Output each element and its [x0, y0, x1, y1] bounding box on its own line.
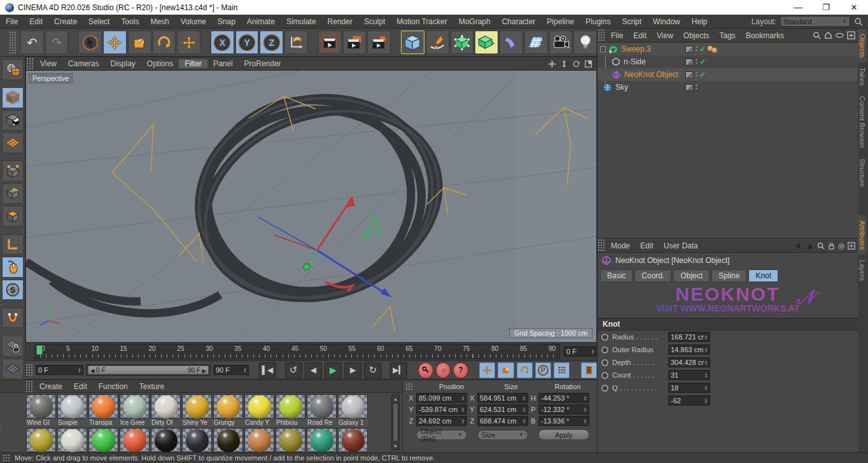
- knot-section-header[interactable]: Knot: [598, 318, 858, 331]
- start-frame-input[interactable]: 0 F▲▼: [36, 365, 83, 375]
- rotate-tool-button[interactable]: [153, 31, 176, 54]
- material-item[interactable]: Phibiou: [275, 394, 306, 427]
- stepper-icon[interactable]: ▲▼: [522, 407, 526, 412]
- menu-item[interactable]: Motion Tracker: [391, 17, 452, 26]
- tweak-mode-button[interactable]: [2, 257, 24, 278]
- attribute-menu-item[interactable]: Edit: [635, 241, 659, 250]
- material-preview-sphere[interactable]: [26, 428, 56, 452]
- axis-mode-button[interactable]: [2, 234, 24, 255]
- material-preview-sphere[interactable]: [307, 428, 337, 452]
- object-manager-menu-item[interactable]: View: [652, 31, 678, 40]
- stepper-icon[interactable]: ▲▼: [584, 418, 587, 424]
- material-preview-sphere[interactable]: [26, 394, 56, 418]
- stepper-icon[interactable]: ▲▼: [243, 367, 246, 373]
- attribute-menu-item[interactable]: Mode: [606, 241, 635, 250]
- attribute-tab[interactable]: Knot: [748, 269, 778, 282]
- coordinate-system-button[interactable]: [284, 31, 308, 54]
- workplane-lock-button[interactable]: [2, 336, 24, 357]
- goto-start-button[interactable]: ▌◀: [259, 362, 276, 378]
- material-menu-item[interactable]: Texture: [134, 382, 170, 391]
- material-preview-sphere[interactable]: [338, 428, 368, 452]
- y-axis-lock-button[interactable]: Y: [235, 31, 259, 54]
- keyframe-parameter-toggle[interactable]: P: [535, 362, 551, 378]
- toolbar-grip[interactable]: [9, 31, 17, 54]
- attribute-menu-item[interactable]: User Data: [659, 241, 703, 250]
- visibility-dots-icon[interactable]: ••: [696, 59, 697, 65]
- target-icon[interactable]: ◎: [838, 241, 844, 250]
- add-generator-button[interactable]: [475, 31, 498, 54]
- keyframe-scale-toggle[interactable]: [498, 362, 514, 378]
- keyframe-circle-icon[interactable]: [601, 334, 608, 341]
- tab-content-browser[interactable]: Content Browser: [858, 91, 867, 153]
- material-item[interactable]: [150, 428, 181, 452]
- menu-item[interactable]: Character: [496, 17, 542, 26]
- model-mode-button[interactable]: [2, 87, 24, 108]
- keyframe-circle-icon[interactable]: [601, 346, 608, 353]
- material-item[interactable]: [244, 428, 275, 452]
- search-icon[interactable]: [854, 17, 863, 26]
- menu-item[interactable]: Mesh: [144, 17, 174, 26]
- keyframe-circle-icon[interactable]: [601, 385, 608, 392]
- search-icon[interactable]: [813, 31, 821, 39]
- scroll-handle[interactable]: [393, 403, 398, 441]
- outer-radius-input[interactable]: 14.863 cm▲▼: [668, 345, 710, 355]
- viewport-menu-item[interactable]: Options: [141, 59, 179, 68]
- stepper-icon[interactable]: ▲▼: [522, 418, 526, 424]
- radius-input[interactable]: 168.721 cm▲▼: [668, 332, 710, 342]
- viewport-menu-item[interactable]: ProRender: [239, 59, 287, 68]
- add-camera-button[interactable]: [549, 31, 573, 54]
- move-tool-button[interactable]: [103, 31, 127, 54]
- material-item[interactable]: [119, 428, 150, 452]
- material-item[interactable]: Transpa: [88, 394, 119, 427]
- material-preview-sphere[interactable]: [244, 428, 274, 452]
- keyframe-circle-icon[interactable]: [601, 359, 608, 366]
- render-to-picture-viewer-button[interactable]: [343, 31, 367, 54]
- material-preview-sphere[interactable]: [88, 428, 118, 452]
- scale-tool-button[interactable]: [128, 31, 151, 54]
- material-preview-sphere[interactable]: [276, 428, 305, 452]
- material-preview-sphere[interactable]: [57, 428, 87, 452]
- scroll-up-icon[interactable]: ▲: [393, 395, 398, 402]
- tab-attributes[interactable]: Attributes: [858, 215, 867, 255]
- pan-icon[interactable]: [548, 60, 556, 68]
- phong-tag-icon[interactable]: [708, 46, 718, 53]
- stepper-icon[interactable]: ▲▼: [704, 398, 708, 403]
- viewport-menu-item[interactable]: Panel: [207, 59, 239, 68]
- material-menu-item[interactable]: Create: [34, 382, 68, 391]
- menu-item[interactable]: Create: [48, 17, 83, 26]
- material-preview-sphere[interactable]: [151, 394, 181, 418]
- stepper-icon[interactable]: ▲▼: [584, 407, 587, 412]
- material-preview-sphere[interactable]: [244, 394, 274, 418]
- playhead[interactable]: [36, 345, 43, 355]
- add-spline-pen-button[interactable]: [426, 31, 449, 54]
- up-arrow-icon[interactable]: [806, 242, 814, 250]
- make-editable-button[interactable]: [2, 59, 24, 80]
- material-preview-sphere[interactable]: [88, 394, 118, 418]
- preview-range-handle[interactable]: ◀ 0 F 90 F ▶: [88, 366, 209, 374]
- material-item[interactable]: [306, 428, 337, 452]
- add-cube-object-button[interactable]: [401, 31, 424, 54]
- history-back-icon[interactable]: [794, 242, 803, 250]
- add-floor-button[interactable]: [524, 31, 548, 54]
- size-mode-dropdown[interactable]: Size▼: [477, 430, 528, 440]
- attribute-tab[interactable]: Spline: [711, 269, 746, 282]
- keyframe-position-toggle[interactable]: [479, 362, 495, 378]
- render-view-button[interactable]: [318, 31, 342, 54]
- preview-range-slider[interactable]: ◀ 0 F 90 F ▶: [86, 364, 211, 376]
- timeline-window-button[interactable]: [581, 362, 597, 378]
- material-menu-item[interactable]: Edit: [68, 382, 93, 391]
- material-scrollbar[interactable]: ▲ ▼: [391, 394, 400, 450]
- menu-item[interactable]: Simulate: [281, 17, 322, 26]
- material-preview-sphere[interactable]: [120, 428, 150, 452]
- stepper-icon[interactable]: ▲▼: [591, 349, 594, 354]
- end-frame-input[interactable]: 90 F▲▼: [213, 365, 249, 375]
- material-preview-sphere[interactable]: [276, 394, 305, 418]
- viewport-menu-item[interactable]: Filter: [179, 59, 207, 68]
- stepper-icon[interactable]: ▲▼: [78, 367, 81, 373]
- count-input[interactable]: 31▲▼: [668, 370, 710, 380]
- stepper-icon[interactable]: ▲▼: [704, 385, 708, 390]
- depth-input[interactable]: 304.428 cm▲▼: [668, 357, 710, 367]
- last-tool-button[interactable]: [177, 31, 200, 54]
- close-button[interactable]: ✕: [840, 1, 868, 15]
- q-input[interactable]: 18▲▼: [668, 383, 710, 393]
